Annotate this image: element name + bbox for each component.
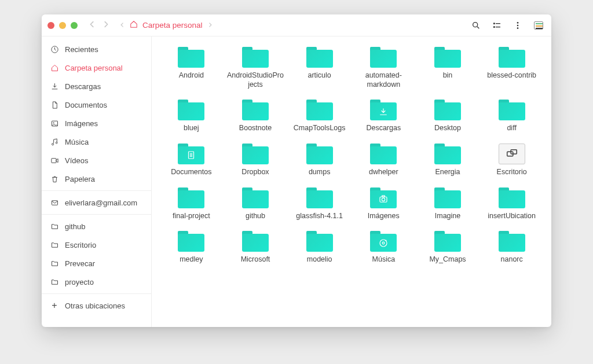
- view-list-button[interactable]: [492, 21, 502, 30]
- file-item[interactable]: Energia: [419, 144, 477, 177]
- document-overlay-icon: [178, 146, 204, 164]
- sidebar-bookmark-2[interactable]: Prevecar: [42, 254, 151, 273]
- folder-icon: [499, 47, 525, 68]
- toolbar-right: [471, 21, 546, 30]
- sidebar-separator: [42, 293, 151, 294]
- folder-icon: [50, 277, 59, 286]
- file-label: dwhelper: [369, 168, 398, 177]
- file-item[interactable]: bin: [419, 47, 477, 89]
- svg-line-1: [477, 27, 479, 28]
- folder-icon: [370, 231, 397, 252]
- folder-icon: [178, 47, 204, 68]
- sidebar-item-6[interactable]: Vídeos: [42, 151, 151, 170]
- svg-point-0: [473, 22, 478, 27]
- file-item[interactable]: Imágenes: [354, 187, 413, 221]
- sidebar-item-label: Descargas: [65, 82, 101, 91]
- folder-icon: [242, 187, 269, 208]
- folder-icon: [306, 187, 333, 208]
- file-item[interactable]: Dropbox: [226, 144, 285, 177]
- sidebar-item-7[interactable]: Papelera: [42, 170, 151, 188]
- app-drawer-icon[interactable]: [534, 21, 543, 30]
- folder-icon: [178, 187, 204, 208]
- file-item[interactable]: blessed-contrib: [482, 47, 541, 89]
- file-item[interactable]: Desktop: [419, 100, 477, 133]
- folder-icon: [434, 187, 461, 208]
- folder-icon: [306, 47, 333, 68]
- minimize-window-button[interactable]: [59, 22, 66, 29]
- file-item[interactable]: Imagine: [419, 187, 477, 221]
- file-item[interactable]: My_Cmaps: [419, 231, 477, 264]
- sidebar-item-5[interactable]: Música: [42, 133, 151, 151]
- file-label: Boostnote: [239, 124, 272, 133]
- svg-point-7: [517, 24, 519, 26]
- file-item[interactable]: modelio: [290, 231, 349, 264]
- sidebar-item-label: Recientes: [65, 45, 98, 54]
- sidebar-item-label: Otras ubicaciones: [65, 302, 125, 310]
- sidebar-bookmark-0[interactable]: github: [42, 217, 151, 236]
- menu-button[interactable]: [513, 21, 522, 30]
- file-grid: AndroidAndroidStudioProjectsarticuloauto…: [162, 47, 541, 264]
- folder-icon: [242, 47, 269, 68]
- sidebar-item-label: proyecto: [65, 278, 94, 286]
- file-item[interactable]: medley: [162, 231, 221, 264]
- file-item[interactable]: diff: [482, 100, 541, 133]
- sidebar-bookmark-1[interactable]: Escritorio: [42, 236, 151, 254]
- sidebar-other-locations[interactable]: +Otras ubicaciones: [42, 296, 151, 315]
- titlebar: Carpeta personal: [42, 14, 551, 36]
- sidebar-account[interactable]: eliverlara@gmail.com: [42, 193, 151, 212]
- close-window-button[interactable]: [47, 22, 54, 29]
- folder-icon: [306, 144, 333, 164]
- sidebar-item-3[interactable]: Documentos: [42, 95, 151, 114]
- file-item[interactable]: automated-markdown: [354, 47, 413, 89]
- folder-icon: [178, 144, 204, 164]
- file-item[interactable]: articulo: [290, 47, 349, 89]
- forward-button[interactable]: [102, 20, 110, 30]
- breadcrumb[interactable]: Carpeta personal: [119, 20, 213, 30]
- sidebar-item-1[interactable]: Carpeta personal: [42, 58, 151, 77]
- file-item[interactable]: Boostnote: [226, 100, 285, 133]
- plus-icon: +: [50, 301, 59, 310]
- file-item[interactable]: CmapToolsLogs: [290, 100, 349, 133]
- file-item[interactable]: final-project: [162, 187, 221, 221]
- sidebar-item-label: Música: [65, 138, 89, 146]
- sidebar-item-0[interactable]: Recientes: [42, 40, 151, 58]
- file-item[interactable]: glassfish-4.1.1: [290, 187, 349, 221]
- file-item[interactable]: Escritorio: [482, 144, 541, 177]
- trash-icon: [50, 174, 59, 183]
- back-button[interactable]: [88, 20, 96, 30]
- folder-icon: [499, 231, 525, 252]
- sidebar-item-4[interactable]: Imágenes: [42, 114, 151, 133]
- home-icon: [130, 20, 138, 30]
- folder-icon: [178, 231, 204, 252]
- file-item[interactable]: AndroidStudioProjects: [226, 47, 285, 89]
- file-item[interactable]: nanorc: [482, 231, 541, 264]
- file-item[interactable]: github: [226, 187, 285, 221]
- file-view[interactable]: AndroidAndroidStudioProjectsarticuloauto…: [152, 36, 551, 327]
- sidebar-bookmark-3[interactable]: proyecto: [42, 273, 151, 291]
- search-button[interactable]: [471, 21, 481, 30]
- file-item[interactable]: Android: [162, 47, 221, 89]
- file-manager-window: Carpeta personal RecientesCarpeta person…: [42, 14, 551, 327]
- folder-icon: [370, 144, 397, 164]
- file-label: Dropbox: [241, 168, 269, 177]
- folder-icon: [50, 259, 59, 268]
- sidebar-item-2[interactable]: Descargas: [42, 77, 151, 95]
- file-label: diff: [507, 124, 516, 133]
- file-item[interactable]: dwhelper: [354, 144, 413, 177]
- file-item[interactable]: Microsoft: [226, 231, 285, 264]
- file-item[interactable]: Música: [354, 231, 413, 264]
- maximize-window-button[interactable]: [71, 22, 78, 29]
- file-label: automated-markdown: [354, 71, 412, 89]
- clock-icon: [50, 45, 59, 54]
- file-item[interactable]: dumps: [290, 144, 349, 177]
- file-item[interactable]: Documentos: [162, 144, 221, 177]
- file-label: bin: [443, 71, 453, 80]
- sidebar-item-label: Papelera: [65, 175, 95, 183]
- sidebar-item-label: Imágenes: [65, 119, 98, 128]
- file-label: github: [246, 212, 265, 221]
- file-label: modelio: [307, 255, 332, 264]
- file-item[interactable]: insertUbication: [482, 187, 541, 221]
- file-label: medley: [180, 255, 203, 264]
- file-item[interactable]: bluej: [162, 100, 221, 133]
- file-item[interactable]: Descargas: [354, 100, 413, 133]
